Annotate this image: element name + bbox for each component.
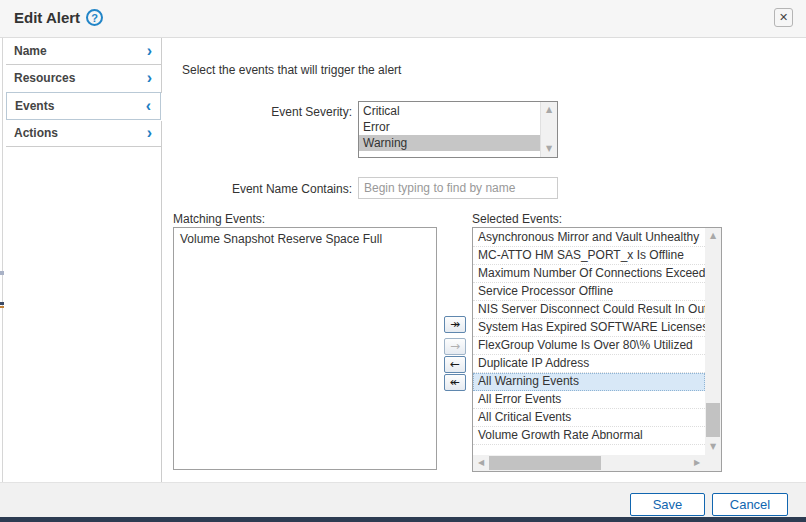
dialog-header: Edit Alert ? ✕ xyxy=(0,0,806,38)
sidebar-divider xyxy=(161,38,162,93)
edit-alert-dialog: Edit Alert ? ✕ Name › Resources › Events… xyxy=(0,0,806,522)
severity-scrollbar[interactable]: ▲ ▼ xyxy=(540,102,557,157)
help-icon[interactable]: ? xyxy=(86,9,103,26)
chevron-right-icon: › xyxy=(147,38,152,64)
matching-events-label: Matching Events: xyxy=(173,212,265,226)
list-item[interactable]: Maximum Number Of Connections Exceeded F… xyxy=(473,265,705,283)
vertical-scrollbar[interactable]: ▲ ▼ xyxy=(705,228,721,455)
sidebar-divider xyxy=(161,121,162,482)
list-item[interactable]: All Critical Events xyxy=(473,409,705,427)
event-severity-label: Event Severity: xyxy=(182,105,352,119)
chevron-right-icon: › xyxy=(147,120,152,146)
list-item[interactable]: FlexGroup Volume Is Over 80\% Utilized xyxy=(473,337,705,355)
chevron-right-icon: › xyxy=(147,65,152,91)
selected-events-rows: Asynchronous Mirror and Vault Unhealthy … xyxy=(473,229,705,455)
event-name-filter-input[interactable] xyxy=(358,177,558,199)
add-button[interactable]: → xyxy=(444,338,466,355)
dialog-title: Edit Alert xyxy=(14,9,80,26)
scroll-up-icon[interactable]: ▲ xyxy=(705,229,721,243)
list-item[interactable]: Service Processor Offline xyxy=(473,283,705,301)
instruction-text: Select the events that will trigger the … xyxy=(182,63,401,77)
list-item[interactable]: Volume Snapshot Reserve Space Full xyxy=(174,228,436,250)
vertical-scrollbar-thumb[interactable] xyxy=(706,403,720,437)
matching-events-list[interactable]: Volume Snapshot Reserve Space Full xyxy=(173,227,437,470)
save-button[interactable]: Save xyxy=(630,493,705,516)
list-item[interactable]: Asynchronous Mirror and Vault Unhealthy xyxy=(473,229,705,247)
remove-button[interactable]: ← xyxy=(444,356,466,373)
event-name-contains-label: Event Name Contains: xyxy=(182,182,352,196)
severity-option-error[interactable]: Error xyxy=(359,119,540,135)
scrollbar-corner xyxy=(705,455,721,471)
selected-events-label: Selected Events: xyxy=(472,212,562,226)
list-item[interactable]: System Has Expired SOFTWARE Licenses xyxy=(473,319,705,337)
list-item[interactable]: Duplicate IP Address xyxy=(473,355,705,373)
event-severity-listbox[interactable]: Critical Error Warning ▲ ▼ xyxy=(358,101,558,158)
background-artifact xyxy=(0,302,4,305)
remove-all-button[interactable]: ↞ xyxy=(444,374,466,391)
scroll-down-icon[interactable]: ▼ xyxy=(705,440,721,454)
wizard-sidebar: Name › Resources › Events ‹ Actions › xyxy=(6,38,161,147)
list-item[interactable]: All Error Events xyxy=(473,391,705,409)
list-item[interactable]: MC-ATTO HM SAS_PORT_x Is Offline xyxy=(473,247,705,265)
background-artifact xyxy=(0,271,4,275)
sidebar-item-name[interactable]: Name › xyxy=(6,38,161,65)
scroll-up-icon[interactable]: ▲ xyxy=(541,103,557,117)
cancel-button[interactable]: Cancel xyxy=(712,493,788,516)
horizontal-scrollbar-thumb[interactable] xyxy=(489,456,601,470)
add-all-button[interactable]: ↠ xyxy=(444,316,466,333)
sidebar-item-label: Actions xyxy=(14,126,58,140)
severity-option-warning[interactable]: Warning xyxy=(359,135,540,151)
background-page-edge xyxy=(2,0,3,522)
sidebar-item-label: Events xyxy=(15,99,54,113)
selected-events-list[interactable]: Asynchronous Mirror and Vault Unhealthy … xyxy=(472,227,722,472)
sidebar-item-label: Name xyxy=(14,44,47,58)
close-icon[interactable]: ✕ xyxy=(774,8,793,27)
page-bottom-bar xyxy=(0,517,806,522)
horizontal-scrollbar[interactable]: ◀ ▶ xyxy=(473,455,705,471)
sidebar-item-resources[interactable]: Resources › xyxy=(6,65,161,92)
scroll-left-icon[interactable]: ◀ xyxy=(474,455,488,471)
list-item[interactable]: Volume Growth Rate Abnormal xyxy=(473,427,705,445)
sidebar-item-events[interactable]: Events ‹ xyxy=(6,92,161,120)
scroll-right-icon[interactable]: ▶ xyxy=(690,455,704,471)
chevron-left-icon: ‹ xyxy=(146,93,151,119)
background-artifact xyxy=(0,306,4,308)
sidebar-item-actions[interactable]: Actions › xyxy=(6,120,161,147)
sidebar-item-label: Resources xyxy=(14,71,75,85)
severity-option-critical[interactable]: Critical xyxy=(359,103,540,119)
list-item[interactable]: NIS Server Disconnect Could Result In Ou… xyxy=(473,301,705,319)
severity-options: Critical Error Warning xyxy=(359,103,540,151)
scroll-down-icon[interactable]: ▼ xyxy=(541,142,557,156)
list-item-selected[interactable]: All Warning Events xyxy=(473,373,705,391)
